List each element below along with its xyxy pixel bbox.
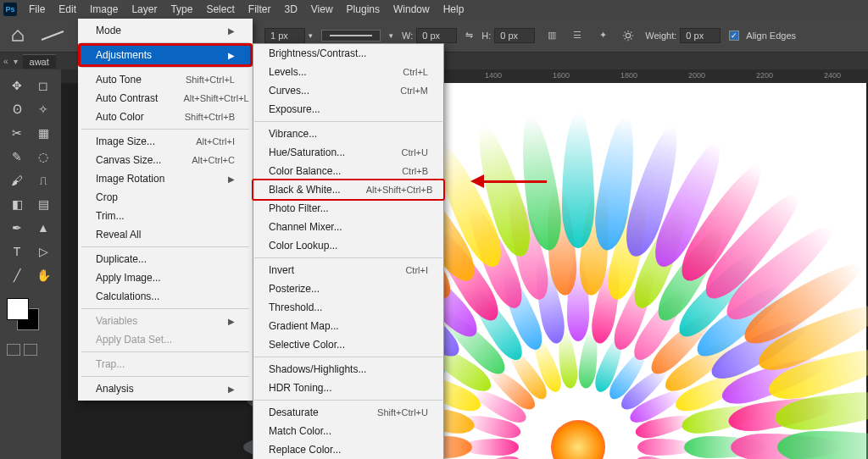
menu-view[interactable]: View bbox=[304, 1, 340, 18]
menu-item-adjustments[interactable]: Adjustments▶ bbox=[81, 46, 250, 64]
hand-tool[interactable]: ✋ bbox=[31, 264, 55, 286]
menu-item-image-rotation[interactable]: Image Rotation▶ bbox=[81, 169, 250, 188]
stroke-width-value[interactable]: 1 px bbox=[264, 28, 305, 43]
stroke-style-preview[interactable] bbox=[321, 30, 381, 41]
menu-item-duplicate[interactable]: Duplicate... bbox=[81, 250, 250, 268]
menu-item-exposure[interactable]: Exposure... bbox=[253, 100, 443, 119]
menu-filter[interactable]: Filter bbox=[242, 1, 278, 18]
height-input[interactable]: 0 px bbox=[494, 28, 535, 43]
menu-item-image-size[interactable]: Image Size...Alt+Ctrl+I bbox=[81, 132, 250, 151]
menu-image[interactable]: Image bbox=[83, 1, 125, 18]
menu-item-color-lookup[interactable]: Color Lookup... bbox=[253, 236, 443, 255]
menu-item-analysis[interactable]: Analysis▶ bbox=[81, 379, 250, 398]
healing-brush-tool[interactable]: ◌ bbox=[31, 146, 55, 168]
menu-item-label: Calculations... bbox=[96, 290, 159, 302]
menu-shortcut: Alt+Shift+Ctrl+L bbox=[183, 93, 248, 103]
path-options-icon[interactable]: ✦ bbox=[594, 27, 611, 44]
menu-help[interactable]: Help bbox=[437, 1, 471, 18]
menu-item-apply-image[interactable]: Apply Image... bbox=[81, 268, 250, 287]
menu-item-auto-color[interactable]: Auto ColorShift+Ctrl+B bbox=[81, 108, 250, 126]
move-tool[interactable]: ✥ bbox=[5, 75, 29, 97]
menu-item-match-color[interactable]: Match Color... bbox=[253, 422, 443, 440]
line-tool-preset-icon[interactable] bbox=[36, 26, 70, 45]
collapse-left-icon[interactable]: « bbox=[3, 57, 8, 66]
menu-item-gradient-map[interactable]: Gradient Map... bbox=[253, 317, 443, 335]
menu-item-reveal-all[interactable]: Reveal All bbox=[81, 225, 250, 244]
menu-3d[interactable]: 3D bbox=[277, 1, 303, 18]
menu-select[interactable]: Select bbox=[199, 1, 241, 18]
chevron-down-icon[interactable]: ▾ bbox=[309, 31, 313, 40]
menu-item-auto-tone[interactable]: Auto ToneShift+Ctrl+L bbox=[81, 70, 250, 89]
weight-input[interactable]: 0 px bbox=[680, 28, 721, 43]
menu-item-selective-color[interactable]: Selective Color... bbox=[253, 335, 443, 354]
menu-item-shadows-highlights[interactable]: Shadows/Highlights... bbox=[253, 360, 443, 379]
menu-item-trim[interactable]: Trim... bbox=[81, 207, 250, 225]
menu-item-channel-mixer[interactable]: Channel Mixer... bbox=[253, 218, 443, 236]
type-tool[interactable]: T bbox=[5, 241, 29, 263]
menu-item-label: Trim... bbox=[96, 210, 125, 222]
stroke-width-field[interactable]: 1 px ▾ bbox=[264, 28, 313, 43]
arrange-icon[interactable]: ☰ bbox=[569, 27, 586, 44]
menu-item-levels[interactable]: Levels...Ctrl+L bbox=[253, 63, 443, 81]
ruler-tick: 2400 bbox=[824, 71, 841, 80]
menu-item-label: Duplicate... bbox=[96, 253, 147, 265]
document-tab[interactable]: awat bbox=[23, 54, 56, 69]
submenu-arrow-icon: ▶ bbox=[228, 384, 235, 394]
menu-item-hue-saturation[interactable]: Hue/Saturation...Ctrl+U bbox=[253, 143, 443, 162]
chevron-down-icon[interactable]: ▾ bbox=[389, 31, 393, 40]
quick-mask-icon[interactable] bbox=[7, 344, 20, 356]
frame-tool[interactable]: ▦ bbox=[31, 122, 55, 144]
menu-item-crop[interactable]: Crop bbox=[81, 188, 250, 207]
color-swatches[interactable] bbox=[7, 298, 41, 332]
path-select-tool[interactable]: ▲ bbox=[31, 217, 55, 239]
direct-select-tool[interactable]: ▷ bbox=[31, 241, 55, 263]
menu-item-threshold[interactable]: Threshold... bbox=[253, 298, 443, 317]
menu-item-hdr-toning[interactable]: HDR Toning... bbox=[253, 379, 443, 397]
align-edges-checkbox[interactable]: ✓ Align Edges bbox=[729, 30, 796, 41]
magic-wand-tool[interactable]: ✧ bbox=[31, 98, 55, 120]
link-wh-icon[interactable]: ⇋ bbox=[465, 30, 473, 41]
menu-item-photo-filter[interactable]: Photo Filter... bbox=[253, 199, 443, 218]
brush-tool[interactable]: 🖌 bbox=[5, 169, 29, 191]
menu-window[interactable]: Window bbox=[387, 1, 437, 18]
menu-item-calculations[interactable]: Calculations... bbox=[81, 287, 250, 306]
pen-tool[interactable]: ✒ bbox=[5, 217, 29, 239]
home-icon[interactable] bbox=[8, 26, 27, 45]
crop-tool[interactable]: ✂ bbox=[5, 122, 29, 144]
menu-item-invert[interactable]: InvertCtrl+I bbox=[253, 261, 443, 279]
gear-icon[interactable] bbox=[620, 27, 637, 44]
screen-mode-icon[interactable] bbox=[24, 344, 37, 356]
eyedropper-tool[interactable]: ✎ bbox=[5, 146, 29, 168]
menu-item-replace-color[interactable]: Replace Color... bbox=[253, 440, 443, 459]
menu-item-brightness-contrast[interactable]: Brightness/Contrast... bbox=[253, 44, 443, 63]
menu-item-curves[interactable]: Curves...Ctrl+M bbox=[253, 81, 443, 100]
marquee-tool[interactable]: ◻ bbox=[31, 75, 55, 97]
eraser-tool[interactable]: ◧ bbox=[5, 193, 29, 215]
menu-item-black-white[interactable]: Black & White...Alt+Shift+Ctrl+B bbox=[253, 180, 443, 199]
menu-item-desaturate[interactable]: DesaturateShift+Ctrl+U bbox=[253, 403, 443, 422]
menu-layer[interactable]: Layer bbox=[125, 1, 164, 18]
foreground-color-swatch[interactable] bbox=[7, 298, 29, 320]
menu-item-mode[interactable]: Mode▶ bbox=[81, 21, 250, 40]
submenu-arrow-icon: ▶ bbox=[228, 317, 235, 326]
gradient-tool[interactable]: ▤ bbox=[31, 193, 55, 215]
align-icon[interactable]: ▥ bbox=[543, 27, 560, 44]
menu-file[interactable]: File bbox=[22, 1, 52, 18]
menu-item-label: Auto Contrast bbox=[96, 92, 158, 104]
line-tool[interactable]: ╱ bbox=[5, 264, 29, 286]
menu-item-canvas-size[interactable]: Canvas Size...Alt+Ctrl+C bbox=[81, 151, 250, 169]
menu-item-auto-contrast[interactable]: Auto ContrastAlt+Shift+Ctrl+L bbox=[81, 89, 250, 108]
collapse-down-icon[interactable]: ▾ bbox=[14, 57, 18, 66]
menu-shortcut: Ctrl+U bbox=[402, 147, 428, 158]
clone-stamp-tool[interactable]: ⎍ bbox=[31, 169, 55, 191]
menu-item-posterize[interactable]: Posterize... bbox=[253, 279, 443, 298]
lasso-tool[interactable]: ʘ bbox=[5, 98, 29, 120]
menu-plugins[interactable]: Plugins bbox=[340, 1, 387, 18]
menu-item-vibrance[interactable]: Vibrance... bbox=[253, 124, 443, 143]
width-input[interactable]: 0 px bbox=[416, 28, 457, 43]
menu-item-color-balance[interactable]: Color Balance...Ctrl+B bbox=[253, 162, 443, 180]
menu-edit[interactable]: Edit bbox=[52, 1, 83, 18]
menu-type[interactable]: Type bbox=[164, 1, 199, 18]
menu-separator bbox=[81, 129, 249, 130]
menu-shortcut: Alt+Ctrl+I bbox=[196, 136, 235, 147]
